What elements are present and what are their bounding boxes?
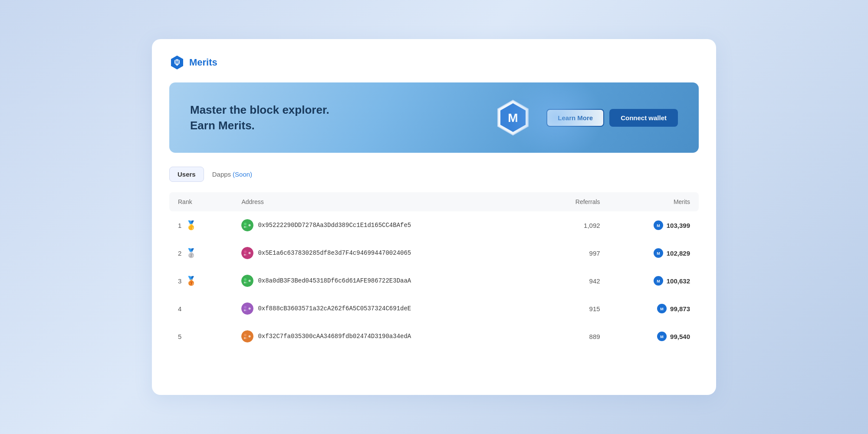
- table-row: 2 🥈 0x5E1a6c637830285df8e3d7F4c946994470…: [169, 239, 699, 267]
- merits-cell: M 100,632: [618, 276, 690, 286]
- referrals-cell: 942: [524, 267, 608, 295]
- merits-value: 99,540: [670, 333, 690, 340]
- svg-point-28: [249, 335, 251, 338]
- app-logo-icon: M: [169, 55, 185, 70]
- rank-cell: 4: [178, 305, 224, 312]
- svg-point-15: [244, 278, 247, 281]
- merits-cell: M 99,873: [618, 304, 690, 313]
- tab-dapps[interactable]: Dapps(Soon): [204, 167, 260, 182]
- svg-text:M: M: [660, 307, 664, 311]
- leaderboard-table: Rank Address Referrals Merits 1 🥇 0x9522…: [169, 192, 699, 350]
- avatar: [241, 275, 253, 287]
- rank-number: 4: [178, 305, 181, 312]
- promo-banner: Master the block explorer. Earn Merits. …: [169, 82, 699, 153]
- col-address-header: Address: [233, 192, 524, 211]
- svg-point-3: [244, 223, 247, 225]
- merits-value: 99,873: [670, 305, 690, 312]
- address-cell: 0xf32C7fa035300cAA34689fdb02474D3190a34e…: [241, 330, 515, 342]
- svg-rect-30: [244, 337, 246, 339]
- svg-rect-12: [244, 254, 246, 256]
- col-merits-header: Merits: [609, 192, 699, 211]
- main-card: M Merits Master the block explorer. Earn…: [152, 39, 716, 395]
- rank-cell: 1 🥇: [178, 220, 224, 230]
- svg-point-29: [246, 337, 247, 339]
- avatar: [241, 302, 253, 315]
- merits-icon: M: [654, 276, 663, 286]
- svg-text:M: M: [657, 224, 660, 228]
- medal-icon: 🥉: [186, 276, 197, 286]
- address-text: 0x8a0dB3F3Bed045318Df6c6d61AFE986722E3Da…: [258, 277, 411, 284]
- avatar: [241, 219, 253, 231]
- address-cell: 0x95222290DD7278Aa3Ddd389Cc1E1d165CC4BAf…: [241, 219, 515, 231]
- referrals-cell: 889: [524, 322, 608, 350]
- banner-title: Master the block explorer. Earn Merits.: [190, 102, 480, 134]
- rank-cell: 2 🥈: [178, 248, 224, 258]
- svg-point-5: [246, 226, 247, 228]
- merits-icon: M: [657, 332, 667, 341]
- merits-value: 102,829: [667, 250, 690, 257]
- merits-icon: M: [654, 248, 663, 258]
- rank-cell: 3 🥉: [178, 276, 224, 286]
- referrals-cell: 997: [524, 239, 608, 267]
- svg-text:M: M: [657, 279, 660, 283]
- svg-point-11: [246, 254, 247, 256]
- rank-number: 1: [178, 222, 181, 229]
- col-rank-header: Rank: [169, 192, 233, 211]
- connect-wallet-button[interactable]: Connect wallet: [609, 109, 678, 127]
- banner-text: Master the block explorer. Earn Merits.: [190, 102, 480, 134]
- merits-value: 103,399: [667, 222, 690, 229]
- svg-point-10: [249, 252, 251, 254]
- svg-point-16: [249, 280, 251, 282]
- address-text: 0x95222290DD7278Aa3Ddd389Cc1E1d165CC4BAf…: [258, 222, 411, 229]
- svg-text:M: M: [175, 60, 179, 65]
- address-text: 0x5E1a6c637830285df8e3d7F4c9469944700240…: [258, 250, 411, 256]
- svg-point-22: [249, 308, 251, 310]
- address-cell: 0x8a0dB3F3Bed045318Df6c6d61AFE986722E3Da…: [241, 275, 515, 287]
- address-cell: 0x5E1a6c637830285df8e3d7F4c9469944700240…: [241, 247, 515, 259]
- merits-icon: M: [654, 220, 663, 230]
- avatar: [241, 330, 253, 342]
- address-text: 0xf32C7fa035300cAA34689fdb02474D3190a34e…: [258, 333, 411, 340]
- medal-icon: 🥈: [186, 248, 197, 258]
- app-header: M Merits: [169, 55, 699, 70]
- banner-bg-blob: [508, 82, 603, 153]
- svg-point-4: [249, 224, 251, 227]
- svg-point-9: [244, 250, 247, 253]
- table-row: 5 0xf32C7fa035300cAA34689fdb02474D3190a3…: [169, 322, 699, 350]
- svg-point-26: [241, 330, 253, 342]
- svg-text:M: M: [660, 335, 664, 339]
- merits-icon: M: [657, 304, 667, 313]
- svg-point-20: [241, 302, 253, 315]
- referrals-cell: 1,092: [524, 211, 608, 239]
- svg-point-8: [241, 247, 253, 259]
- rank-cell: 5: [178, 333, 224, 340]
- rank-number: 5: [178, 333, 181, 340]
- svg-point-21: [244, 306, 247, 309]
- tab-users[interactable]: Users: [169, 167, 204, 182]
- svg-text:M: M: [657, 251, 660, 256]
- svg-rect-24: [244, 309, 246, 311]
- merits-value: 100,632: [667, 277, 690, 285]
- svg-point-14: [241, 275, 253, 287]
- avatar: [241, 247, 253, 259]
- rank-number: 3: [178, 277, 181, 285]
- merits-cell: M 103,399: [618, 220, 690, 230]
- table-row: 4 0xf888cB3603571a32cA262f6A5C0537324C69…: [169, 295, 699, 322]
- address-cell: 0xf888cB3603571a32cA262f6A5C0537324C691d…: [241, 302, 515, 315]
- rank-number: 2: [178, 250, 181, 257]
- svg-point-17: [246, 282, 247, 283]
- app-name: Merits: [189, 57, 217, 68]
- tab-bar: Users Dapps(Soon): [169, 167, 699, 182]
- medal-icon: 🥇: [186, 220, 197, 230]
- table-row: 3 🥉 0x8a0dB3F3Bed045318Df6c6d61AFE986722…: [169, 267, 699, 295]
- svg-point-23: [246, 309, 247, 311]
- svg-point-27: [244, 334, 247, 336]
- address-text: 0xf888cB3603571a32cA262f6A5C0537324C691d…: [258, 305, 411, 312]
- merits-cell: M 102,829: [618, 248, 690, 258]
- col-referrals-header: Referrals: [524, 192, 608, 211]
- svg-rect-18: [244, 282, 246, 283]
- table-header-row: Rank Address Referrals Merits: [169, 192, 699, 211]
- table-row: 1 🥇 0x95222290DD7278Aa3Ddd389Cc1E1d165CC…: [169, 211, 699, 239]
- svg-rect-6: [244, 226, 246, 228]
- referrals-cell: 915: [524, 295, 608, 322]
